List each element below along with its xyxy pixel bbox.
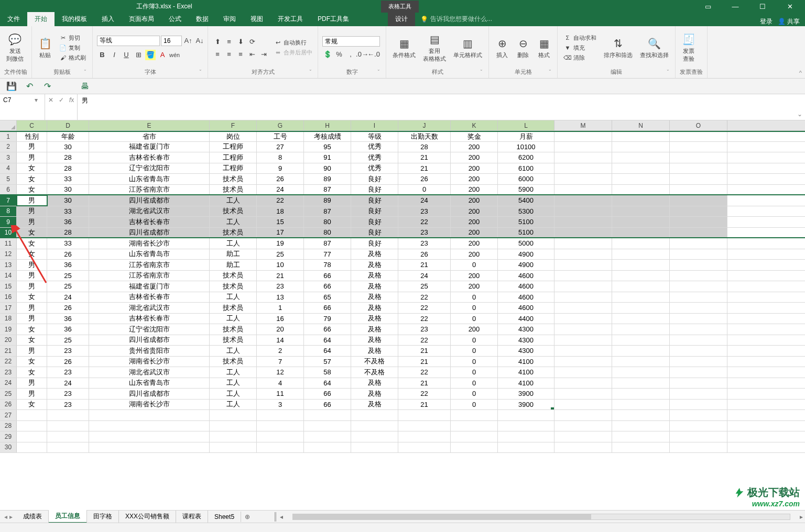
cell-F16[interactable]: 工人: [210, 292, 257, 303]
cell-F17[interactable]: 技术员: [210, 303, 257, 313]
cell-M25[interactable]: [554, 389, 612, 399]
cell-D11[interactable]: 33: [47, 238, 89, 249]
cell-C10[interactable]: 女: [17, 228, 47, 238]
cell-O18[interactable]: [670, 314, 727, 324]
increase-indent-button[interactable]: ⇥: [258, 49, 269, 59]
cell-M24[interactable]: [554, 378, 612, 389]
cell-C22[interactable]: 女: [17, 357, 47, 367]
cell-G25[interactable]: 11: [257, 389, 304, 399]
fill-color-button[interactable]: 🪣: [145, 50, 156, 60]
cell-D5[interactable]: 33: [47, 174, 89, 184]
cell-M8[interactable]: [554, 206, 612, 217]
cell-E19[interactable]: 辽宁省沈阳市: [89, 324, 210, 335]
cell-E7[interactable]: 四川省成都市: [89, 195, 210, 206]
cell-M21[interactable]: [554, 346, 612, 356]
cell-G14[interactable]: 21: [257, 271, 304, 281]
italic-button[interactable]: I: [109, 50, 119, 60]
cell-O29[interactable]: [670, 431, 727, 442]
cell-J22[interactable]: 21: [398, 357, 451, 367]
cell-I22[interactable]: 不及格: [351, 357, 398, 367]
cell-J27[interactable]: [398, 410, 451, 420]
cell-N14[interactable]: [612, 271, 670, 281]
header-cell[interactable]: 省市: [89, 132, 210, 141]
conditional-formatting-button[interactable]: ▦条件格式: [390, 36, 418, 60]
cell-I11[interactable]: 良好: [351, 238, 398, 249]
cell-E21[interactable]: 贵州省贵阳市: [89, 346, 210, 356]
cell-D17[interactable]: 26: [47, 303, 89, 313]
cell-K2[interactable]: 200: [451, 142, 498, 152]
header-cell[interactable]: 年龄: [47, 132, 89, 141]
cell-I6[interactable]: 良好: [351, 185, 398, 195]
cell-K20[interactable]: 0: [451, 335, 498, 346]
cell-K21[interactable]: 0: [451, 346, 498, 356]
cell-D4[interactable]: 28: [47, 163, 89, 174]
cell-O14[interactable]: [670, 271, 727, 281]
cell-J30[interactable]: [398, 442, 451, 453]
cell-M10[interactable]: [554, 228, 612, 238]
namebox-dropdown[interactable]: ▾: [35, 96, 38, 104]
row-header-12[interactable]: 12: [0, 249, 17, 260]
row-header-18[interactable]: 18: [0, 314, 17, 324]
cell-E2[interactable]: 福建省厦门市: [89, 142, 210, 152]
row-header-29[interactable]: 29: [0, 431, 17, 442]
row-header-2[interactable]: 2: [0, 142, 17, 152]
cell-E11[interactable]: 湖南省长沙市: [89, 238, 210, 249]
cell-L27[interactable]: [498, 410, 554, 420]
cell-D16[interactable]: 24: [47, 292, 89, 303]
row-header-30[interactable]: 30: [0, 442, 17, 453]
cell-F30[interactable]: [210, 442, 257, 453]
cell-N15[interactable]: [612, 281, 670, 292]
row-header-25[interactable]: 25: [0, 389, 17, 399]
cell-I8[interactable]: 良好: [351, 206, 398, 217]
cell-K17[interactable]: 0: [451, 303, 498, 313]
cell-F29[interactable]: [210, 431, 257, 442]
decrease-font-button[interactable]: A↓: [194, 36, 205, 46]
cell-I30[interactable]: [351, 442, 398, 453]
cell-C4[interactable]: 女: [17, 163, 47, 174]
sheet-tab-5[interactable]: 课程表: [176, 511, 208, 523]
cell-D22[interactable]: 26: [47, 357, 89, 367]
row-header-15[interactable]: 15: [0, 281, 17, 292]
cell-O13[interactable]: [670, 260, 727, 270]
cell-D23[interactable]: 23: [47, 367, 89, 378]
cell-K10[interactable]: 200: [451, 228, 498, 238]
sheet-tab-1[interactable]: 成绩表: [17, 511, 49, 523]
cell-L2[interactable]: 10100: [498, 142, 554, 152]
cell-I5[interactable]: 良好: [351, 174, 398, 184]
header-cell[interactable]: 性别: [17, 132, 47, 141]
cell-D25[interactable]: 23: [47, 389, 89, 399]
cell-L15[interactable]: 4600: [498, 281, 554, 292]
cell-F11[interactable]: 工人: [210, 238, 257, 249]
fill-button[interactable]: ▼填充: [562, 43, 599, 52]
cell-I28[interactable]: [351, 421, 398, 431]
cell-H11[interactable]: 87: [304, 238, 351, 249]
cell-E18[interactable]: 吉林省长春市: [89, 314, 210, 324]
cell-C26[interactable]: 女: [17, 400, 47, 410]
cell-H28[interactable]: [304, 421, 351, 431]
cell-F10[interactable]: 技术员: [210, 228, 257, 238]
cell-C11[interactable]: 女: [17, 238, 47, 249]
cell-G15[interactable]: 23: [257, 281, 304, 292]
cell-N2[interactable]: [612, 142, 670, 152]
autosum-button[interactable]: Σ自动求和: [562, 34, 599, 42]
cell-O19[interactable]: [670, 324, 727, 335]
cell-G20[interactable]: 14: [257, 335, 304, 346]
cell-C30[interactable]: [17, 442, 47, 453]
cell-K5[interactable]: 200: [451, 174, 498, 184]
cell-G3[interactable]: 8: [257, 152, 304, 163]
cell-H17[interactable]: 66: [304, 303, 351, 313]
row-header-1[interactable]: 1: [0, 132, 17, 141]
sheet-tab-6[interactable]: Sheet5: [208, 512, 241, 522]
cell-M20[interactable]: [554, 335, 612, 346]
cell-G27[interactable]: [257, 410, 304, 420]
format-as-table-button[interactable]: ▤套用 表格格式: [421, 31, 448, 64]
cell-L8[interactable]: 5300: [498, 206, 554, 217]
row-header-23[interactable]: 23: [0, 367, 17, 378]
cell-L24[interactable]: 4100: [498, 378, 554, 389]
cell-K22[interactable]: 0: [451, 357, 498, 367]
cell-L5[interactable]: 6000: [498, 174, 554, 184]
cell-L9[interactable]: 5100: [498, 217, 554, 227]
cell-H30[interactable]: [304, 442, 351, 453]
cell-C8[interactable]: 男: [17, 206, 47, 217]
cell-H23[interactable]: 58: [304, 367, 351, 378]
